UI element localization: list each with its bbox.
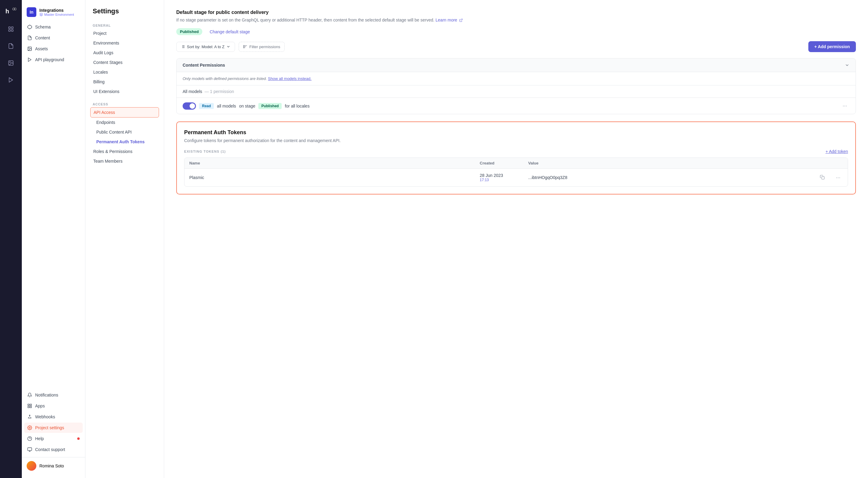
svg-rect-17 [30,406,31,408]
svg-point-18 [29,415,30,416]
nav-apps[interactable]: Apps [24,401,83,411]
nav-schema[interactable] [4,22,18,36]
nav-api-playground[interactable] [4,73,18,87]
filter-button[interactable]: Filter permissions [239,42,285,52]
permissions-info: Only models with defined permissions are… [177,72,856,85]
settings-nav-locales[interactable]: Locales [90,67,159,77]
svg-marker-10 [28,25,31,29]
token-name: Plasmic [189,175,480,180]
sort-icon [181,44,185,49]
permission-rule-row: Read all models on stage Published for a… [177,98,856,114]
user-profile[interactable]: Romina Soto [22,457,85,473]
settings-nav-project[interactable]: Project [90,28,159,38]
svg-marker-13 [28,58,31,61]
token-actions: ··· [818,173,843,182]
main-content: Default stage for public content deliver… [164,0,868,478]
permission-text2: on stage [239,103,255,109]
nav-content[interactable] [4,39,18,53]
svg-point-12 [29,48,29,49]
brand-logo[interactable]: h [4,5,18,17]
nav-assets[interactable] [4,56,18,70]
nav-contact-support[interactable]: Contact support [24,444,83,455]
col-created: Created [480,161,528,166]
nav-help[interactable]: Help [24,434,83,444]
auth-tokens-title: Permanent Auth Tokens [184,129,848,136]
settings-nav-audit-logs[interactable]: Audit Logs [90,48,159,58]
env-avatar: In [27,7,36,17]
nav-project-settings[interactable]: Project settings [24,423,83,433]
settings-nav-roles-permissions[interactable]: Roles & Permissions [90,147,159,156]
svg-rect-5 [9,30,10,31]
change-default-stage-link[interactable]: Change default stage [210,29,250,34]
svg-rect-36 [822,177,825,179]
copy-icon [820,175,825,180]
existing-tokens-label: EXISTING TOKENS (1) [184,150,226,153]
notification-dot [77,438,80,440]
svg-rect-6 [11,30,13,31]
default-stage-section: Default stage for public content deliver… [176,10,856,35]
integration-name: Integrations [39,8,74,13]
nav-webhooks[interactable]: Webhooks [24,412,83,422]
bottom-nav: Notifications Apps Webhooks Project sett… [22,387,85,455]
add-permission-button[interactable]: + Add permission [808,41,856,52]
svg-rect-3 [9,27,10,29]
settings-nav-endpoints[interactable]: Endpoints [90,118,159,127]
permission-toggle[interactable] [183,102,196,110]
permissions-toolbar: Sort by: Model: A to Z Filter permission… [176,41,856,52]
settings-nav-public-content-api[interactable]: Public Content API [90,127,159,137]
play-icon [27,57,32,62]
gear-icon [27,425,32,430]
token-created-time: 17:13 [480,178,528,182]
left-sidebar: In Integrations Master Environment Schem… [22,0,85,478]
nav-schema[interactable]: Schema [24,22,83,32]
main-nav: Schema Content Assets API playground [22,22,85,205]
permission-rule-menu-button[interactable]: ··· [840,101,849,110]
settings-nav-billing[interactable]: Billing [90,77,159,87]
tokens-header: EXISTING TOKENS (1) + Add token [184,149,848,154]
svg-rect-14 [28,404,29,406]
settings-nav-ui-extensions[interactable]: UI Extensions [90,87,159,96]
support-icon [27,447,32,452]
svg-rect-22 [28,448,31,450]
nav-notifications[interactable]: Notifications [24,390,83,400]
svg-point-33 [244,45,244,46]
settings-nav-content-stages[interactable]: Content Stages [90,58,159,67]
settings-nav-api-access[interactable]: API Access [90,107,159,118]
nav-assets[interactable]: Assets [24,43,83,54]
nav-api-playground[interactable]: API playground [24,55,83,65]
token-menu-button[interactable]: ··· [834,173,843,182]
add-token-link[interactable]: + Add token [826,149,848,154]
svg-text:h: h [5,8,9,14]
file-icon [27,35,32,40]
svg-rect-16 [28,406,29,408]
svg-point-34 [244,46,244,47]
permission-stage-badge: Published [258,103,282,109]
token-created-date: 28 Jun 2023 [480,173,528,178]
learn-more-link[interactable]: Learn more [435,18,462,22]
permission-action-badge: Read [199,103,214,109]
chevron-down-icon [226,44,230,49]
settings-nav-team-members[interactable]: Team Members [90,156,159,166]
sort-button[interactable]: Sort by: Model: A to Z [176,42,235,52]
svg-rect-4 [11,27,13,29]
grid-icon [27,404,32,408]
settings-nav-environments[interactable]: Environments [90,38,159,48]
nav-content[interactable]: Content [24,33,83,43]
col-name: Name [189,161,480,166]
settings-title: Settings [90,7,159,15]
environment-selector[interactable]: In Integrations Master Environment [22,5,85,22]
far-left-nav: h [0,0,22,478]
permissions-card-header[interactable]: Content Permissions [177,58,856,72]
user-avatar [27,461,36,471]
token-date: 28 Jun 2023 17:13 [480,173,528,182]
show-all-models-link[interactable]: Show all models instead. [268,76,312,81]
settings-nav-permanent-auth-tokens[interactable]: Permanent Auth Tokens [90,137,159,147]
default-stage-heading: Default stage for public content deliver… [176,10,856,15]
copy-token-button[interactable] [818,174,826,182]
tokens-table-header: Name Created Value [184,158,848,169]
general-section-label: GENERAL [90,21,159,28]
svg-point-19 [29,427,30,428]
svg-rect-15 [30,404,31,406]
filter-icon [243,44,247,49]
permanent-auth-tokens-card: Permanent Auth Tokens Configure tokens f… [176,121,856,195]
